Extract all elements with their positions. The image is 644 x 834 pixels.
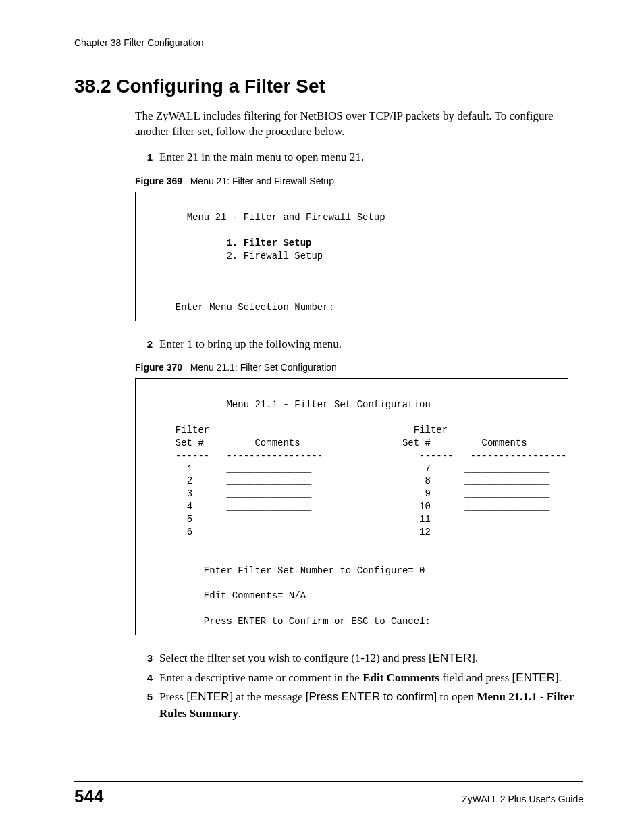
figure-370-caption: Figure 370 Menu 21.1: Filter Set Configu… bbox=[135, 362, 583, 373]
menu21-option-filter-setup: 1. Filter Setup bbox=[226, 238, 311, 249]
figure-369-caption: Figure 369 Menu 21: Filter and Firewall … bbox=[135, 176, 583, 186]
step-5: 5 Press [ENTER] at the message [Press EN… bbox=[135, 689, 583, 722]
row-l4: 4 bbox=[187, 501, 192, 512]
row-r2: 8 bbox=[425, 475, 431, 486]
figure-369-terminal: Menu 21 - Filter and Firewall Setup 1. F… bbox=[135, 192, 514, 321]
step-text: Enter 21 in the main menu to open menu 2… bbox=[159, 149, 583, 166]
menu21-option-firewall-setup: 2. Firewall Setup bbox=[226, 251, 323, 261]
prompt-press-enter: Press ENTER to Confirm or ESC to Cancel: bbox=[204, 616, 431, 627]
col-filter-b: Filter bbox=[414, 425, 448, 436]
row-r3: 9 bbox=[425, 488, 431, 499]
step-text: Enter 1 to bring up the following menu. bbox=[159, 336, 583, 353]
col-filter-a: Filter bbox=[176, 425, 209, 436]
row-l1: 1 bbox=[187, 463, 192, 474]
step-number: 4 bbox=[135, 671, 153, 685]
page-number: 544 bbox=[74, 786, 103, 807]
menu211-title: Menu 21.1 - Filter Set Configuration bbox=[226, 399, 430, 410]
row-l6: 6 bbox=[187, 527, 192, 538]
menu21-title: Menu 21 - Filter and Firewall Setup bbox=[187, 212, 385, 223]
figure-caption-text: Menu 21: Filter and Firewall Setup bbox=[190, 176, 334, 186]
section-title: 38.2 Configuring a Filter Set bbox=[74, 76, 583, 97]
col-comments-b: Comments bbox=[482, 438, 527, 448]
col-set-b: Set # bbox=[402, 438, 431, 448]
row-l5: 5 bbox=[187, 514, 192, 525]
steps-a: 1 Enter 21 in the main menu to open menu… bbox=[135, 149, 583, 166]
step-number: 2 bbox=[135, 337, 153, 352]
row-r1: 7 bbox=[425, 463, 431, 474]
step-4: 4 Enter a descriptive name or comment in… bbox=[135, 670, 583, 687]
step-3: 3 Select the filter set you wish to conf… bbox=[135, 650, 583, 667]
row-r4: 10 bbox=[419, 501, 431, 512]
step-number: 1 bbox=[135, 150, 153, 165]
steps-c: 3 Select the filter set you wish to conf… bbox=[135, 650, 583, 723]
page-footer: 544 ZyWALL 2 Plus User's Guide bbox=[74, 781, 583, 807]
step-number: 3 bbox=[135, 651, 153, 666]
row-r5: 11 bbox=[419, 514, 431, 525]
col-set-a: Set # bbox=[176, 438, 204, 448]
step-text: Select the filter set you wish to config… bbox=[159, 650, 583, 667]
chapter-header: Chapter 38 Filter Configuration bbox=[74, 37, 583, 51]
step-text: Enter a descriptive name or comment in t… bbox=[159, 670, 583, 687]
row-l2: 2 bbox=[187, 475, 192, 486]
steps-b: 2 Enter 1 to bring up the following menu… bbox=[135, 336, 583, 353]
row-l3: 3 bbox=[187, 488, 192, 499]
step-text: Press [ENTER] at the message [Press ENTE… bbox=[159, 689, 583, 722]
step-2: 2 Enter 1 to bring up the following menu… bbox=[135, 336, 583, 353]
figure-label: Figure 370 bbox=[135, 362, 182, 373]
page: Chapter 38 Filter Configuration 38.2 Con… bbox=[0, 0, 644, 834]
step-number: 5 bbox=[135, 689, 153, 704]
row-r6: 12 bbox=[419, 527, 431, 538]
figure-370-terminal: Menu 21.1 - Filter Set Configuration Fil… bbox=[135, 378, 568, 635]
prompt-edit-comments: Edit Comments= N/A bbox=[204, 590, 306, 601]
step-1: 1 Enter 21 in the main menu to open menu… bbox=[135, 149, 583, 166]
figure-caption-text: Menu 21.1: Filter Set Configuration bbox=[190, 362, 337, 373]
figure-label: Figure 369 bbox=[135, 176, 182, 186]
guide-name: ZyWALL 2 Plus User's Guide bbox=[462, 793, 583, 804]
section-intro: The ZyWALL includes filtering for NetBIO… bbox=[135, 109, 583, 140]
col-comments-a: Comments bbox=[254, 438, 300, 448]
prompt-enter-filter-set: Enter Filter Set Number to Configure= 0 bbox=[204, 565, 425, 576]
menu21-prompt: Enter Menu Selection Number: bbox=[176, 302, 334, 313]
